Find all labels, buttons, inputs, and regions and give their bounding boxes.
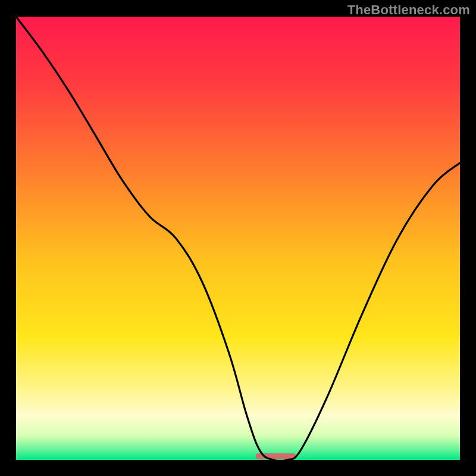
bottleneck-plot (16, 17, 460, 460)
chart-frame: TheBottleneck.com (0, 0, 476, 476)
gradient-background (16, 17, 460, 460)
watermark-text: TheBottleneck.com (347, 2, 470, 18)
